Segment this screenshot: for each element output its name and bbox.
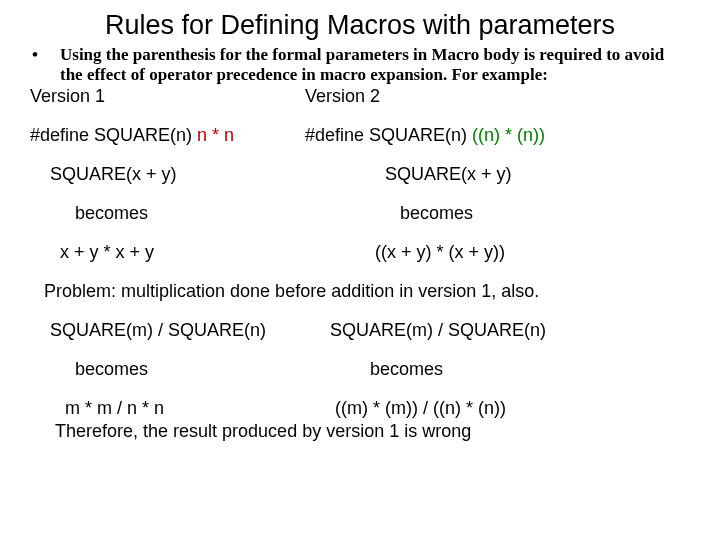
therefore-text: Therefore, the result produced by versio… — [30, 421, 690, 442]
version1-label: Version 1 — [30, 86, 305, 107]
call1-row: SQUARE(x + y) SQUARE(x + y) — [30, 164, 690, 185]
version-labels: Version 1 Version 2 — [30, 86, 690, 107]
bullet-text: Using the parenthesis for the formal par… — [60, 45, 690, 84]
call2-v2: SQUARE(m) / SQUARE(n) — [330, 320, 690, 341]
becomes1-v1: becomes — [30, 203, 400, 224]
expansion1-v2: ((x + y) * (x + y)) — [375, 242, 690, 263]
expansion2-v1: m * m / n * n — [30, 398, 335, 419]
define-v2: #define SQUARE(n) ((n) * (n)) — [305, 125, 690, 146]
becomes2-v1: becomes — [30, 359, 370, 380]
call2-v1: SQUARE(m) / SQUARE(n) — [30, 320, 330, 341]
expansion2-v2: ((m) * (m)) / ((n) * (n)) — [335, 398, 690, 419]
define-v2-prefix: #define SQUARE(n) — [305, 125, 472, 145]
define-v2-body: ((n) * (n)) — [472, 125, 545, 145]
expansion1-row: x + y * x + y ((x + y) * (x + y)) — [30, 242, 690, 263]
bullet-dot: • — [30, 45, 60, 65]
becomes1-row: becomes becomes — [30, 203, 690, 224]
becomes2-row: becomes becomes — [30, 359, 690, 380]
define-v1-body: n * n — [197, 125, 234, 145]
version2-label: Version 2 — [305, 86, 690, 107]
problem-text: Problem: multiplication done before addi… — [30, 281, 690, 302]
becomes1-v2: becomes — [400, 203, 690, 224]
call1-v1: SQUARE(x + y) — [30, 164, 385, 185]
slide-title: Rules for Defining Macros with parameter… — [30, 10, 690, 41]
expansion1-v1: x + y * x + y — [30, 242, 375, 263]
expansion2-row: m * m / n * n ((m) * (m)) / ((n) * (n)) — [30, 398, 690, 419]
bullet-item: • Using the parenthesis for the formal p… — [30, 45, 690, 84]
define-v1-prefix: #define SQUARE(n) — [30, 125, 197, 145]
call2-row: SQUARE(m) / SQUARE(n) SQUARE(m) / SQUARE… — [30, 320, 690, 341]
define-row: #define SQUARE(n) n * n #define SQUARE(n… — [30, 125, 690, 146]
call1-v2: SQUARE(x + y) — [385, 164, 690, 185]
becomes2-v2: becomes — [370, 359, 690, 380]
define-v1: #define SQUARE(n) n * n — [30, 125, 305, 146]
slide: Rules for Defining Macros with parameter… — [0, 0, 720, 452]
